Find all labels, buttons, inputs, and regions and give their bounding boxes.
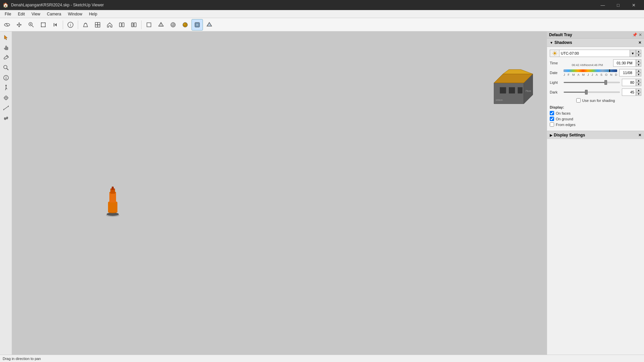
standard-views-button[interactable] bbox=[92, 19, 103, 31]
close-button[interactable]: ✕ bbox=[626, 0, 641, 10]
time-spin-up[interactable]: ▲ bbox=[636, 59, 641, 63]
svg-marker-31 bbox=[207, 22, 212, 26]
viewport[interactable]: 100cm 75cm bbox=[12, 32, 547, 355]
svg-point-36 bbox=[6, 76, 6, 77]
zoom-tool-left[interactable] bbox=[1, 63, 11, 72]
light-slider-track[interactable] bbox=[564, 82, 620, 83]
date-slider-track[interactable] bbox=[564, 69, 617, 72]
xray-button[interactable] bbox=[204, 19, 215, 31]
dark-value-input[interactable] bbox=[622, 88, 636, 96]
light-slider-thumb[interactable] bbox=[604, 80, 607, 85]
pan-button[interactable] bbox=[13, 19, 25, 31]
footsteps-tool[interactable] bbox=[1, 113, 11, 123]
toolbar-separator-3 bbox=[141, 20, 142, 29]
menu-help[interactable]: Help bbox=[86, 11, 101, 17]
from-edges-row: From edges bbox=[550, 122, 641, 127]
shadows-title: Shadows bbox=[554, 40, 572, 45]
on-ground-checkbox[interactable] bbox=[550, 117, 554, 121]
panel-header: Default Tray 📌 ✕ bbox=[547, 32, 644, 39]
menu-file[interactable]: File bbox=[1, 11, 14, 17]
shadows-close-icon[interactable]: ✕ bbox=[638, 41, 641, 45]
monochrome-button[interactable] bbox=[192, 19, 203, 31]
months-labels: JFMAMJJASOND bbox=[564, 73, 617, 76]
scenes-next-button[interactable] bbox=[128, 19, 140, 31]
display-settings-header[interactable]: ▶ Display Settings ✕ bbox=[547, 131, 644, 139]
svg-line-78 bbox=[556, 54, 556, 55]
timezone-spin-up[interactable]: ▲ bbox=[636, 50, 641, 53]
pan-tool-left[interactable] bbox=[1, 43, 11, 52]
date-slider-thumb[interactable] bbox=[609, 69, 610, 72]
timezone-dropdown-arrow[interactable]: ▼ bbox=[630, 50, 636, 57]
home-button[interactable] bbox=[104, 19, 115, 31]
minimize-button[interactable]: — bbox=[595, 0, 610, 10]
on-ground-label[interactable]: On ground bbox=[556, 117, 573, 121]
walk-tool[interactable] bbox=[1, 83, 11, 93]
wireframe-button[interactable] bbox=[155, 19, 167, 31]
on-faces-checkbox[interactable] bbox=[550, 111, 554, 115]
look-around-tool[interactable] bbox=[1, 93, 11, 103]
date-spin-up[interactable]: ▲ bbox=[636, 69, 641, 73]
svg-line-80 bbox=[553, 54, 554, 55]
display-settings-title: Display Settings bbox=[554, 133, 585, 137]
svg-rect-56 bbox=[518, 87, 522, 94]
time-spin-down[interactable]: ▼ bbox=[636, 63, 641, 67]
date-row: Date JFMAMJJASOND ▲ bbox=[550, 69, 641, 76]
light-value-input[interactable] bbox=[622, 79, 636, 86]
svg-point-48 bbox=[4, 117, 6, 120]
panel-close-icon[interactable]: ✕ bbox=[639, 33, 642, 37]
svg-rect-30 bbox=[196, 24, 198, 26]
date-spin-down[interactable]: ▼ bbox=[636, 73, 641, 76]
info-button[interactable]: i bbox=[65, 19, 76, 31]
timezone-spin-down[interactable]: ▼ bbox=[636, 53, 641, 57]
identify-tool[interactable] bbox=[1, 73, 11, 82]
time-labels: 06:42 AM Noon 4:46 PM bbox=[572, 63, 603, 67]
orbit-tool-left[interactable] bbox=[1, 53, 11, 62]
shaded-texture-button[interactable] bbox=[179, 19, 191, 31]
timezone-select[interactable]: UTC-07:00 UTC-08:00 UTC+00:00 bbox=[559, 50, 630, 57]
on-faces-label[interactable]: On faces bbox=[556, 111, 571, 115]
menu-edit[interactable]: Edit bbox=[14, 11, 28, 17]
use-sun-label[interactable]: Use sun for shading bbox=[582, 99, 615, 103]
on-ground-row: On ground bbox=[550, 117, 641, 121]
dark-slider-track[interactable] bbox=[564, 92, 620, 93]
titlebar: 🏠 DenahLapanganKRSRI2024.skp - SketchUp … bbox=[0, 0, 644, 10]
menu-view[interactable]: View bbox=[28, 11, 44, 17]
from-edges-checkbox[interactable] bbox=[550, 122, 554, 127]
use-sun-checkbox[interactable] bbox=[576, 98, 581, 103]
dark-spin-up[interactable]: ▲ bbox=[636, 88, 641, 92]
shadows-section-header[interactable]: ▼ Shadows ✕ bbox=[547, 39, 644, 47]
zoom-button[interactable] bbox=[25, 19, 37, 31]
shadows-collapse-icon: ▼ bbox=[550, 41, 553, 45]
maximize-button[interactable]: □ bbox=[610, 0, 626, 10]
menubar: File Edit View Camera Window Help bbox=[0, 10, 644, 18]
orbit-button[interactable] bbox=[1, 19, 13, 31]
hidden-line-button[interactable] bbox=[143, 19, 155, 31]
scenes-prev-button[interactable] bbox=[116, 19, 127, 31]
menu-window[interactable]: Window bbox=[65, 11, 86, 17]
dark-slider-thumb[interactable] bbox=[585, 90, 588, 95]
display-settings-close-icon[interactable]: ✕ bbox=[638, 133, 641, 137]
date-value-input[interactable] bbox=[619, 69, 636, 76]
light-spin-up[interactable]: ▲ bbox=[636, 79, 641, 82]
svg-line-45 bbox=[4, 106, 8, 110]
time-value-input[interactable] bbox=[613, 59, 636, 67]
svg-marker-9 bbox=[84, 23, 88, 27]
previous-view-button[interactable] bbox=[50, 19, 61, 31]
shadows-content: UTC-07:00 UTC-08:00 UTC+00:00 ▼ ▲ ▼ Time bbox=[547, 47, 644, 131]
svg-rect-13 bbox=[98, 22, 100, 25]
from-edges-label[interactable]: From edges bbox=[556, 123, 576, 127]
perspective-button[interactable] bbox=[80, 19, 91, 31]
zoom-extents-button[interactable] bbox=[38, 19, 49, 31]
menu-camera[interactable]: Camera bbox=[44, 11, 65, 17]
svg-rect-19 bbox=[134, 23, 136, 27]
shaded-button[interactable] bbox=[167, 19, 179, 31]
panel-pin-icon[interactable]: 📌 bbox=[632, 33, 637, 37]
left-toolbar bbox=[0, 32, 12, 355]
measure-tool[interactable] bbox=[1, 103, 11, 113]
dark-spin-down[interactable]: ▼ bbox=[636, 92, 641, 96]
svg-rect-55 bbox=[509, 87, 515, 94]
light-spin-down[interactable]: ▼ bbox=[636, 82, 641, 86]
svg-point-71 bbox=[112, 187, 114, 188]
select-tool[interactable] bbox=[1, 33, 11, 42]
svg-rect-14 bbox=[95, 25, 98, 27]
